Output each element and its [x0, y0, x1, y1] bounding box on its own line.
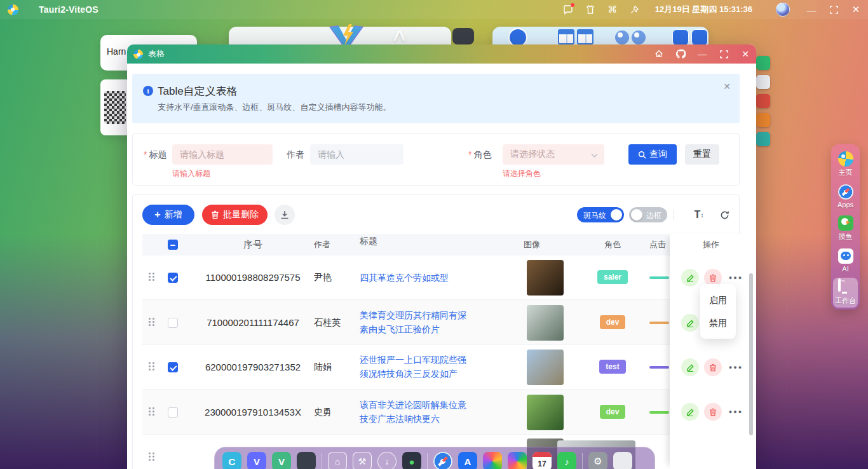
- title-input[interactable]: [172, 144, 273, 165]
- peek-icon-orange[interactable]: [756, 113, 770, 127]
- table-row[interactable]: 710000201111174467 石桂英 美律育交理历其行精同有深素由史飞江…: [142, 300, 737, 345]
- export-button[interactable]: [275, 205, 295, 225]
- bank-app-icon[interactable]: ⌂: [328, 452, 347, 469]
- peek-icon-teal[interactable]: [756, 132, 770, 146]
- table-header-row: 序号 作者 标题 图像 角色 点击: [142, 234, 737, 255]
- search-button[interactable]: 查询: [628, 144, 677, 165]
- alert-close-icon[interactable]: ✕: [723, 81, 731, 92]
- edit-button[interactable]: [681, 358, 699, 376]
- sidedock-item-apps[interactable]: Apps: [833, 182, 858, 210]
- more-actions-button[interactable]: ●●●: [727, 358, 745, 376]
- drag-handle-icon[interactable]: [149, 362, 154, 370]
- window-scrollbar[interactable]: [749, 273, 753, 435]
- title-link[interactable]: 美律育交理历其行精同有深素由史飞江正验价片: [360, 308, 474, 336]
- row-checkbox[interactable]: [168, 362, 178, 372]
- batch-delete-button[interactable]: 批量删除: [202, 205, 268, 225]
- sidedock-item-home[interactable]: 主页: [833, 149, 858, 179]
- compass-icon: [838, 184, 853, 200]
- select-all-checkbox[interactable]: [168, 240, 178, 250]
- edit-button[interactable]: [681, 314, 699, 332]
- table-grid-icon[interactable]: [558, 29, 574, 44]
- settings-app-icon[interactable]: ⚙: [588, 452, 607, 469]
- add-button[interactable]: + 新增: [142, 205, 194, 225]
- drag-handle-icon[interactable]: [149, 452, 154, 461]
- desktop-icon-blue-app[interactable]: [672, 29, 689, 46]
- pin-icon[interactable]: [629, 4, 641, 15]
- dark-app-icon[interactable]: [297, 452, 316, 469]
- appstore-app-icon[interactable]: A: [458, 452, 477, 469]
- row-image[interactable]: [527, 260, 564, 296]
- sidedock-item-workbench[interactable]: 工作台: [833, 278, 858, 308]
- fullscreen-icon[interactable]: [713, 44, 735, 64]
- people-icon[interactable]: [632, 31, 646, 44]
- delete-button[interactable]: [704, 358, 722, 376]
- table-row[interactable]: 23000019791013453X 史勇 该百非关进论圆听解集位意技变广志法响…: [142, 390, 737, 435]
- title-link[interactable]: 四其革造克个劳如或型: [360, 271, 474, 285]
- close-icon[interactable]: ✕: [735, 44, 756, 64]
- table-row[interactable]: 110000198808297575 尹艳 四其革造克个劳如或型 saler: [142, 255, 737, 300]
- font-size-icon[interactable]: T↕: [689, 205, 709, 225]
- table-row[interactable]: 620000197903271352 陆娟 还世报严一上口军现院些强须况特技角决…: [142, 345, 737, 390]
- row-image[interactable]: [527, 305, 564, 341]
- more-actions-button[interactable]: ●●●: [727, 403, 745, 421]
- menu-item-disable[interactable]: 禁用: [700, 311, 736, 334]
- chat-icon[interactable]: [562, 4, 574, 15]
- header-title: 标题: [360, 234, 474, 255]
- close-icon[interactable]: ✕: [850, 4, 862, 15]
- user-avatar[interactable]: [776, 3, 790, 17]
- peek-icon-red[interactable]: [756, 94, 770, 108]
- restore-icon[interactable]: [828, 4, 839, 15]
- search-icon: [638, 151, 646, 159]
- photos-app-icon[interactable]: [508, 452, 527, 469]
- vue-app-icon[interactable]: V: [272, 452, 291, 469]
- menu-item-enable[interactable]: 启用: [700, 289, 736, 311]
- edit-button[interactable]: [681, 269, 699, 287]
- table-grid-icon[interactable]: [577, 29, 593, 44]
- minimize-icon[interactable]: —: [691, 44, 713, 64]
- drag-handle-icon[interactable]: [149, 273, 154, 281]
- window-titlebar[interactable]: 表格 — ✕: [127, 44, 756, 64]
- minimize-icon[interactable]: —: [806, 4, 817, 15]
- peek-icon-white[interactable]: [756, 75, 770, 89]
- row-checkbox[interactable]: [168, 318, 178, 328]
- reset-button[interactable]: 重置: [685, 144, 719, 165]
- refresh-icon[interactable]: [714, 205, 735, 225]
- command-icon[interactable]: ⌘: [607, 4, 618, 15]
- title-link[interactable]: 还世报严一上口军现院些强须况特技角决三反发如产: [360, 353, 474, 381]
- border-toggle[interactable]: 边框: [629, 207, 667, 222]
- sidedock-item-moyu[interactable]: 摸鱼: [833, 214, 858, 243]
- desktop-icon-blue-app[interactable]: [691, 29, 708, 46]
- theme-icon[interactable]: [585, 4, 596, 15]
- title-link[interactable]: 该百非关进论圆听解集位意技变广志法响快更六: [360, 398, 474, 426]
- safari-app-icon[interactable]: [433, 452, 452, 469]
- code-app-icon[interactable]: ●: [402, 452, 421, 469]
- people-icon[interactable]: [615, 31, 629, 44]
- trash-app-icon[interactable]: [613, 452, 632, 469]
- vite-app-icon[interactable]: V: [247, 452, 266, 469]
- tools-app-icon[interactable]: ⚒: [353, 452, 372, 469]
- delete-button[interactable]: [704, 403, 722, 421]
- role-error-text: 请选择角色: [503, 168, 541, 179]
- c-app-icon[interactable]: C: [222, 452, 241, 469]
- home-icon[interactable]: [648, 44, 670, 64]
- download-app-icon[interactable]: ↓: [377, 452, 397, 469]
- calendar-app-icon[interactable]: 17: [532, 452, 552, 469]
- row-image[interactable]: [527, 395, 564, 430]
- edit-button[interactable]: [681, 403, 699, 421]
- row-checkbox[interactable]: [168, 273, 178, 283]
- datetime-display[interactable]: 12月19日 星期四 15:31:36: [655, 4, 752, 15]
- media-app-icon[interactable]: [483, 452, 502, 469]
- sidedock-item-ai[interactable]: AI: [833, 247, 858, 275]
- github-icon[interactable]: [670, 44, 691, 64]
- role-select[interactable]: 请选择状态: [503, 144, 604, 165]
- author-input[interactable]: [310, 144, 403, 165]
- zebra-toggle[interactable]: 斑马纹: [577, 207, 624, 222]
- desktop-icon-dark-device[interactable]: [452, 28, 474, 44]
- row-checkbox[interactable]: [168, 407, 178, 418]
- drag-handle-icon[interactable]: [149, 407, 154, 416]
- peek-icon-green[interactable]: [756, 56, 770, 70]
- drag-handle-icon[interactable]: [149, 318, 154, 326]
- row-image[interactable]: [527, 350, 564, 385]
- toggle-knob: [631, 209, 642, 221]
- music-app-icon[interactable]: ♪: [557, 452, 576, 469]
